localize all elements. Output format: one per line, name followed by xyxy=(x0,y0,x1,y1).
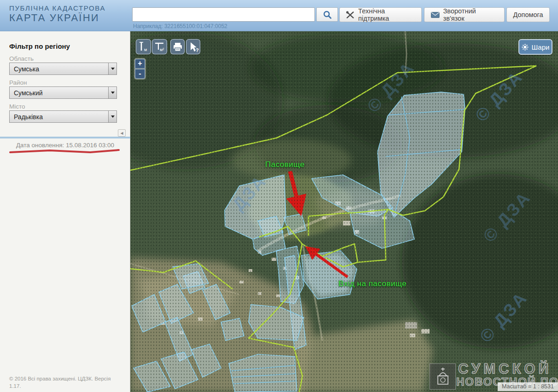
measure-area-button[interactable]: м² xyxy=(152,39,167,54)
map-canvas[interactable] xyxy=(130,31,558,392)
entrance-annotation: Вхід на пасовище xyxy=(338,279,407,288)
region-value: Сумська xyxy=(10,65,108,73)
chevron-down-icon[interactable] xyxy=(108,63,116,75)
app-logo[interactable]: ПУБЛІЧНА КАДАСТРОВА КАРТА УКРАЇНИ xyxy=(9,4,105,24)
tech-support-button[interactable]: Технічна підтримка xyxy=(339,7,422,22)
logo-line2: КАРТА УКРАЇНИ xyxy=(9,12,105,23)
sidebar-divider xyxy=(0,137,130,138)
print-button[interactable] xyxy=(170,39,185,54)
tools-icon xyxy=(346,11,355,19)
district-label: Район xyxy=(9,79,27,86)
update-date-text: Дата оновлення: 15.08.2016 03:00 xyxy=(0,142,130,149)
gear-icon xyxy=(522,44,529,51)
feedback-button[interactable]: Зворотний зв'язок xyxy=(424,7,505,22)
cadastral-parcel xyxy=(229,354,297,392)
region-dropdown[interactable]: Сумська xyxy=(9,63,117,75)
city-label: Місто xyxy=(9,103,25,110)
zoom-out-button[interactable]: - xyxy=(135,69,145,79)
cursor-question-icon: ? xyxy=(187,41,199,53)
layers-label: Шари xyxy=(532,43,550,51)
region-label: Область xyxy=(9,55,34,62)
city-dropdown[interactable]: Радьківка xyxy=(9,110,117,123)
pasture-annotation: Пасовище xyxy=(265,160,305,169)
search-input[interactable] xyxy=(132,7,315,22)
svg-text:м: м xyxy=(144,47,147,52)
zoom-in-button[interactable]: + xyxy=(135,59,145,69)
sidebar: Фільтр по регіону Область Сумська Район … xyxy=(0,31,130,392)
map-viewport[interactable]: ДЗА © ДЗА © ДЗА © ДЗА © ДЗА Пасовище Вхі… xyxy=(130,31,558,392)
envelope-icon xyxy=(431,12,440,18)
collapse-arrow-icon: ◀ xyxy=(120,131,123,135)
ruler-area-icon: м² xyxy=(153,40,166,53)
measure-length-button[interactable]: м xyxy=(136,39,151,54)
district-value: Сумський xyxy=(10,89,108,97)
help-label: Допомога xyxy=(513,11,543,18)
red-underline-annotation xyxy=(8,148,121,155)
chevron-down-icon[interactable] xyxy=(108,87,116,98)
sidebar-collapse-button[interactable]: ◀ xyxy=(118,129,126,137)
search-button[interactable] xyxy=(316,7,338,22)
scale-indicator: Масштаб = 1 : 8531 xyxy=(498,382,558,391)
printer-icon xyxy=(172,41,183,52)
search-example-hint: Наприклад: 3221655100:01:047:0052 xyxy=(133,23,227,29)
city-value: Радьківка xyxy=(10,113,108,121)
feedback-label: Зворотний зв'язок xyxy=(443,7,498,22)
header: ПУБЛІЧНА КАДАСТРОВА КАРТА УКРАЇНИ Наприк… xyxy=(0,0,558,31)
help-button[interactable]: Допомога xyxy=(506,7,550,22)
search-icon xyxy=(323,10,332,19)
svg-text:?: ? xyxy=(196,47,199,53)
svg-text:м²: м² xyxy=(160,47,164,52)
ruler-length-icon: м xyxy=(137,40,150,53)
district-dropdown[interactable]: Сумський xyxy=(9,86,117,99)
tech-support-label: Технічна підтримка xyxy=(358,7,415,22)
layers-button[interactable]: Шари xyxy=(518,39,552,55)
filter-title: Фільтр по регіону xyxy=(9,42,70,50)
copyright-footer: © 2016 Всі права захищені. ЦДЗК. Версія … xyxy=(9,375,120,390)
identify-button[interactable]: ? xyxy=(186,39,200,54)
logo-line1: ПУБЛІЧНА КАДАСТРОВА xyxy=(9,4,105,12)
chevron-down-icon[interactable] xyxy=(108,111,116,122)
cadastral-map-app: ПУБЛІЧНА КАДАСТРОВА КАРТА УКРАЇНИ Наприк… xyxy=(0,0,558,392)
zoom-control: + - xyxy=(134,58,146,80)
